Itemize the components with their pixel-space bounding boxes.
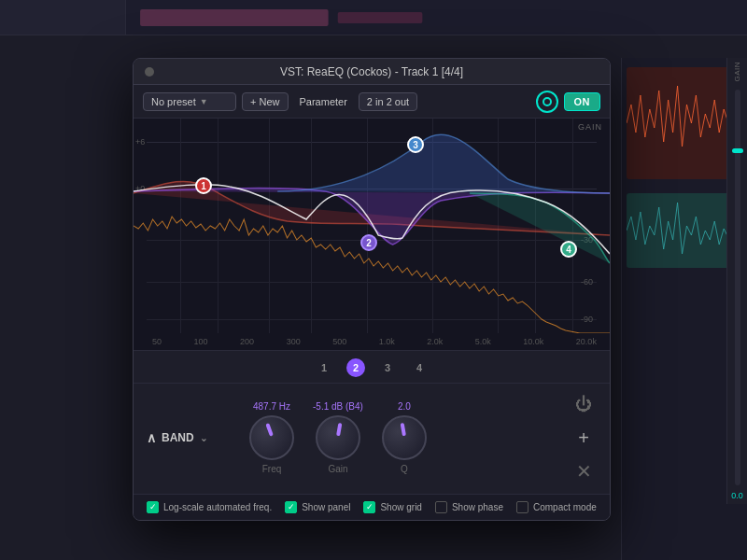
q-knob[interactable] [382,415,427,460]
compact-checkbox[interactable] [516,501,529,513]
freq-100: 100 [194,337,208,346]
freq-knob-indicator [265,423,274,437]
freq-knob[interactable] [249,415,294,460]
checkbox-compact[interactable]: Compact mode [516,501,597,513]
on-label: ON [574,96,591,107]
gain-slider-panel: GAIN 0.0 [726,58,747,504]
freq-5k: 5.0k [475,337,491,346]
parameter-button[interactable]: Parameter [294,93,353,110]
eq-curves [134,119,610,333]
checkbox-logscale[interactable]: ✓ Log-scale automated freq. [147,501,272,513]
svg-rect-4 [338,12,423,23]
gain-slider-track[interactable] [735,90,740,485]
gain-value: -5.1 dB (B4) [313,401,363,412]
band-type-arrow-icon: ⌄ [200,433,207,443]
freq-1k: 1.0k [379,337,395,346]
controls-area: ∧ BAND ⌄ 487.7 Hz Freq -5.1 dB (B4) Gain… [134,384,610,494]
io-button[interactable]: 2 in 2 out [359,92,417,111]
freq-labels-row: 50 100 200 300 500 1.0k 2.0k 5.0k 10.0k … [134,333,610,351]
band-tab-4[interactable]: 4 [410,358,429,377]
logscale-checkbox[interactable]: ✓ [147,501,159,513]
daw-track-2 [0,0,747,35]
check-icon-2: ✓ [288,503,295,511]
gain-slider-thumb[interactable] [732,148,743,153]
gain-slider-value: 0.0 [731,491,743,500]
showpanel-label: Show panel [302,502,350,512]
showpanel-checkbox[interactable]: ✓ [285,501,297,513]
band-type-label: BAND [162,431,194,444]
preset-select[interactable]: No preset ▼ [143,92,236,111]
q-value: 2.0 [398,401,411,412]
checkbox-showgrid[interactable]: ✓ Show grid [363,501,421,513]
plugin-window: VST: ReaEQ (Cockos) - Track 1 [4/4] No p… [133,58,611,521]
showgrid-checkbox[interactable]: ✓ [363,501,375,513]
freq-50: 50 [152,337,162,346]
check-icon: ✓ [149,503,157,511]
checkbox-showphase[interactable]: Show phase [435,501,503,513]
gain-slider-label: GAIN [733,62,741,82]
band-type-selector[interactable]: ∧ BAND ⌄ [147,430,231,445]
on-button[interactable]: ON [564,92,601,111]
gain-knob-group: -5.1 dB (B4) Gain [313,401,363,474]
gain-label: Gain [328,464,347,474]
logscale-label: Log-scale automated freq. [163,502,272,512]
title-bar: VST: ReaEQ (Cockos) - Track 1 [4/4] [134,59,610,85]
compact-label: Compact mode [533,502,597,512]
showphase-label: Show phase [452,502,503,512]
freq-label: Freq [262,464,282,474]
io-label: 2 in 2 out [367,96,409,107]
preset-arrow-icon: ▼ [200,97,208,106]
logo-button[interactable] [536,91,558,113]
new-button-label: + New [250,96,280,107]
preset-label: No preset [151,96,196,107]
freq-300: 300 [287,337,301,346]
band-marker-3[interactable]: 3 [407,136,424,153]
band-tab-2[interactable]: 2 [346,358,365,377]
check-icon-3: ✓ [366,503,374,511]
band-tab-1[interactable]: 1 [315,358,333,377]
freq-2k: 2.0k [427,337,443,346]
eq-display[interactable]: GAIN +6 +0 -30 -60 -90 [134,119,610,333]
q-knob-indicator [401,423,406,436]
bottom-bar: ✓ Log-scale automated freq. ✓ Show panel… [134,494,610,520]
showgrid-label: Show grid [380,502,421,512]
parameter-label: Parameter [300,96,347,107]
freq-value: 487.7 Hz [253,401,290,412]
band-marker-4[interactable]: 4 [560,241,577,258]
freq-500: 500 [332,337,346,346]
svg-rect-3 [140,9,329,26]
window-close-btn[interactable] [145,67,154,77]
checkbox-showpanel[interactable]: ✓ Show panel [285,501,350,513]
remove-button[interactable]: ✕ [571,458,597,484]
power-button[interactable]: ⏻ [571,391,597,417]
q-label: Q [401,464,408,474]
freq-knob-group: 487.7 Hz Freq [249,401,294,474]
logo-inner [543,97,552,106]
band-tabs: 1 2 3 4 [134,351,610,384]
add-button[interactable]: + [571,425,597,451]
freq-200: 200 [240,337,254,346]
q-knob-group: 2.0 Q [382,401,427,474]
new-button[interactable]: + New [242,92,289,111]
band-marker-1[interactable]: 1 [195,177,212,194]
showphase-checkbox[interactable] [435,501,447,513]
band-tab-3[interactable]: 3 [378,358,397,377]
toolbar: No preset ▼ + New Parameter 2 in 2 out O… [134,85,610,119]
gain-knob-indicator [336,423,342,436]
gain-knob[interactable] [316,415,360,460]
freq-20k: 20.0k [576,337,597,346]
window-title: VST: ReaEQ (Cockos) - Track 1 [4/4] [280,65,463,78]
freq-10k: 10.0k [523,337,543,346]
band-type-icon: ∧ [147,430,156,445]
band-marker-2[interactable]: 2 [360,234,377,251]
side-controls: ⏻ + ✕ [571,391,597,484]
